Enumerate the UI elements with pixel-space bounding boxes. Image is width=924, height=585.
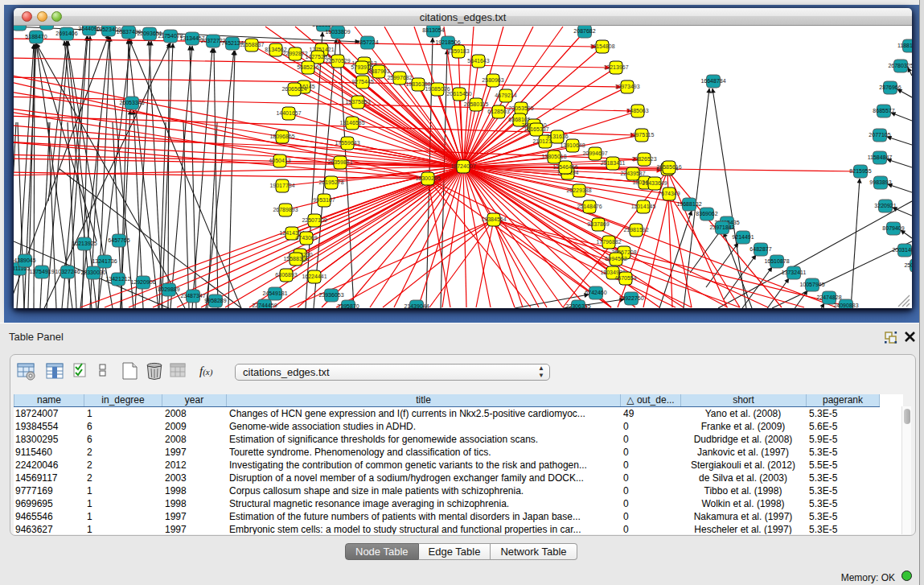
svg-text:14401657: 14401657 xyxy=(276,110,301,116)
svg-text:9953167: 9953167 xyxy=(313,197,335,203)
svg-text:8215955: 8215955 xyxy=(849,168,871,174)
svg-text:21981592: 21981592 xyxy=(623,227,648,233)
svg-text:10057945: 10057945 xyxy=(799,282,824,287)
svg-text:16510878: 16510878 xyxy=(764,258,789,264)
svg-text:22053595: 22053595 xyxy=(508,105,533,111)
svg-text:15375853: 15375853 xyxy=(345,99,370,105)
svg-text:2087682: 2087682 xyxy=(573,28,595,34)
svg-text:6994562: 6994562 xyxy=(605,256,626,262)
svg-text:22474828: 22474828 xyxy=(816,295,841,300)
svg-text:13146585: 13146585 xyxy=(339,120,364,126)
svg-text:22306335: 22306335 xyxy=(565,303,590,309)
svg-text:19688132: 19688132 xyxy=(676,201,701,207)
svg-text:7485063: 7485063 xyxy=(626,108,648,113)
svg-text:25183411: 25183411 xyxy=(601,160,626,166)
svg-text:8359183: 8359183 xyxy=(447,48,469,54)
svg-text:4743069: 4743069 xyxy=(295,235,317,241)
svg-text:22330030: 22330030 xyxy=(80,270,105,275)
svg-text:3395870: 3395870 xyxy=(337,303,359,309)
svg-text:13910648: 13910648 xyxy=(560,142,585,148)
svg-text:26789893: 26789893 xyxy=(273,207,298,212)
svg-text:4570554: 4570554 xyxy=(614,275,636,281)
svg-text:9275445: 9275445 xyxy=(351,79,373,84)
svg-text:6482877: 6482877 xyxy=(749,246,771,252)
svg-text:2077105: 2077105 xyxy=(869,132,890,138)
svg-text:4389045: 4389045 xyxy=(14,257,35,263)
svg-text:5188470: 5188470 xyxy=(25,34,47,39)
svg-text:19218506: 19218506 xyxy=(435,39,460,45)
svg-text:2580963: 2580963 xyxy=(482,77,503,83)
svg-text:26585616: 26585616 xyxy=(656,164,681,170)
svg-text:8369062: 8369062 xyxy=(696,211,717,216)
svg-text:16154808: 16154808 xyxy=(589,43,614,49)
svg-text:23487347: 23487347 xyxy=(180,293,205,299)
svg-text:17796882: 17796882 xyxy=(596,239,621,245)
svg-text:13754919: 13754919 xyxy=(29,269,54,274)
svg-text:8029889: 8029889 xyxy=(158,286,179,292)
svg-text:9958289: 9958289 xyxy=(204,298,226,303)
svg-text:13546466: 13546466 xyxy=(552,164,577,170)
svg-text:18724007: 18724007 xyxy=(450,163,475,169)
svg-text:25229388: 25229388 xyxy=(566,187,591,193)
svg-text:16648784: 16648784 xyxy=(700,78,725,84)
svg-text:23971842: 23971842 xyxy=(709,225,734,230)
svg-text:22439587: 22439587 xyxy=(620,171,645,176)
svg-text:6128503: 6128503 xyxy=(487,109,509,114)
svg-text:16213925: 16213925 xyxy=(72,241,97,246)
svg-text:20580115: 20580115 xyxy=(464,101,489,107)
svg-text:26359841: 26359841 xyxy=(327,159,352,165)
svg-text:18096865: 18096865 xyxy=(269,134,294,139)
svg-text:6457765: 6457765 xyxy=(108,237,129,243)
svg-text:10327246: 10327246 xyxy=(55,269,80,274)
svg-text:26065624: 26065624 xyxy=(281,86,306,92)
svg-text:6742460: 6742460 xyxy=(585,290,606,295)
svg-text:26053346: 26053346 xyxy=(119,100,144,105)
svg-text:5685216: 5685216 xyxy=(297,64,318,70)
svg-text:11584847: 11584847 xyxy=(868,154,893,160)
svg-text:15165337: 15165337 xyxy=(524,126,548,132)
svg-text:23936053: 23936053 xyxy=(318,292,343,298)
svg-text:19017734: 19017734 xyxy=(269,183,294,188)
svg-text:4050413: 4050413 xyxy=(269,158,290,163)
svg-text:8813054: 8813054 xyxy=(422,27,444,33)
svg-text:15588301: 15588301 xyxy=(283,256,308,262)
svg-text:9214491: 9214491 xyxy=(732,234,754,240)
svg-text:23826523: 23826523 xyxy=(631,156,656,162)
svg-text:22507109: 22507109 xyxy=(302,217,326,223)
svg-text:21433649: 21433649 xyxy=(642,180,667,186)
svg-text:20031404: 20031404 xyxy=(892,247,917,253)
svg-text:25997682: 25997682 xyxy=(387,75,412,80)
svg-text:20994697: 20994697 xyxy=(582,150,607,156)
svg-text:2691406: 2691406 xyxy=(55,31,77,36)
svg-text:16415740: 16415740 xyxy=(6,21,31,27)
svg-text:22744459: 22744459 xyxy=(252,303,277,308)
svg-text:3333883: 3333883 xyxy=(312,22,334,27)
svg-text:4679214: 4679214 xyxy=(495,93,516,98)
svg-text:8079409: 8079409 xyxy=(882,225,904,231)
svg-text:11881122: 11881122 xyxy=(897,43,922,48)
svg-text:18300295: 18300295 xyxy=(415,175,440,181)
svg-text:26195278: 26195278 xyxy=(318,179,343,185)
svg-text:f(x): f(x) xyxy=(199,365,213,377)
svg-text:18992829: 18992829 xyxy=(34,20,59,26)
svg-text:3220921: 3220921 xyxy=(874,203,896,208)
svg-text:16033809: 16033809 xyxy=(325,29,350,35)
svg-text:26780325: 26780325 xyxy=(888,63,913,68)
svg-text:5641643: 5641643 xyxy=(467,58,489,64)
svg-text:12920906: 12920906 xyxy=(130,279,155,285)
svg-text:9887903: 9887903 xyxy=(368,68,389,74)
svg-text:17559643: 17559643 xyxy=(335,140,359,146)
svg-text:13732411: 13732411 xyxy=(782,270,807,275)
svg-text:22992872: 22992872 xyxy=(282,51,307,56)
svg-text:3131636: 3131636 xyxy=(546,134,568,139)
svg-text:12213967: 12213967 xyxy=(603,64,628,70)
svg-text:13241736: 13241736 xyxy=(92,258,117,264)
svg-text:22570529: 22570529 xyxy=(325,58,350,64)
svg-text:18922760: 18922760 xyxy=(618,295,643,301)
svg-text:9983893: 9983893 xyxy=(869,179,891,185)
svg-text:25148476: 25148476 xyxy=(577,204,602,209)
svg-text:10973493: 10973493 xyxy=(614,84,639,89)
svg-text:12975115: 12975115 xyxy=(630,132,655,138)
svg-text:24090883: 24090883 xyxy=(833,303,858,308)
svg-text:6306893: 6306893 xyxy=(275,272,297,278)
